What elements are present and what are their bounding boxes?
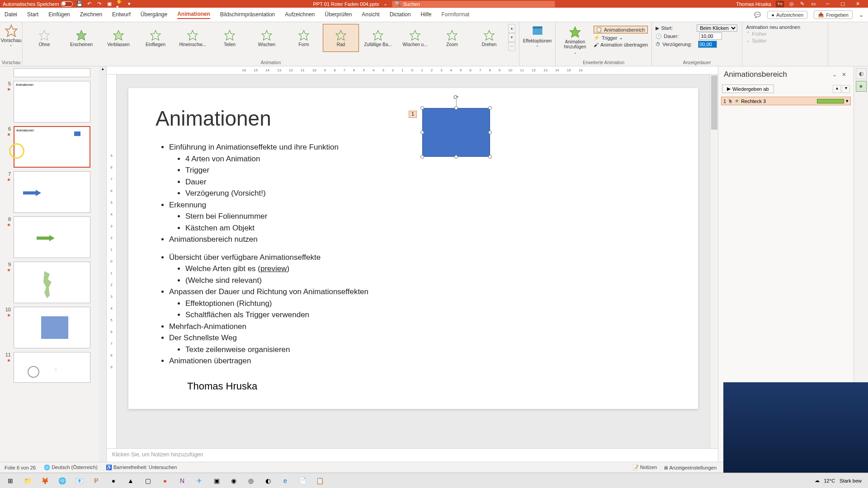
app-icon-3[interactable]: ▢ [140,474,156,487]
anim-pane-dropdown[interactable]: ⌄ [830,71,839,78]
trigger-button[interactable]: ⚡ Trigger ⌄ [594,35,648,41]
gallery-down[interactable]: ▾ [508,33,515,42]
app-icon-9[interactable]: 📄 [295,474,310,487]
pen-icon[interactable]: ✎ [799,1,806,7]
explorer-icon[interactable]: 📁 [20,474,35,487]
touch-icon[interactable]: ✋▾ [116,1,123,7]
slide-thumb-8[interactable] [14,216,90,258]
app-icon-5[interactable]: ▣ [209,474,224,487]
tab-ansicht[interactable]: Ansicht [362,11,379,19]
record-button[interactable]: ● Aufzeichnen [767,11,807,19]
qat-more-icon[interactable]: ▾ [126,1,132,7]
anim-ohne[interactable]: Ohne [26,24,62,52]
telegram-icon[interactable]: ✈ [192,474,207,487]
tab-dictation[interactable]: Dictation [390,11,411,19]
effektoptionen-icon[interactable] [530,24,545,38]
anim-form[interactable]: Form [286,24,322,52]
anim-teilen[interactable]: Teilen [212,24,248,52]
app-icon-1[interactable]: ● [106,474,121,487]
app-icon-6[interactable]: ◉ [226,474,241,487]
edge-icon[interactable]: e [278,474,293,487]
handle-ne[interactable] [488,106,492,110]
thumb-scrollbar[interactable]: ▴ [99,66,106,462]
accessibility[interactable]: ♿ Barrierefreiheit: Untersuchen [106,465,177,470]
anim-einfliegen[interactable]: Einfliegen [137,24,174,52]
close-button[interactable]: ✕ [851,1,864,7]
toggle-switch[interactable] [61,1,73,7]
app-icon-7[interactable]: ◎ [243,474,259,487]
handle-n[interactable] [454,106,458,110]
language[interactable]: 🌐 Deutsch (Österreich) [44,465,98,470]
earlier-button[interactable]: ⌃ Früher [746,31,824,37]
handle-sw[interactable] [420,155,424,159]
start-button[interactable]: ⊞ [3,474,18,487]
handle-w[interactable] [420,131,424,134]
tab-einfuegen[interactable]: Einfügen [48,11,70,19]
move-up-button[interactable]: ▴ [833,85,841,93]
coming-soon-icon[interactable]: ◎ [788,1,795,7]
anim-zufaellige[interactable]: Zufällige Ba... [360,24,396,52]
tab-aufzeichnen[interactable]: Aufzeichnen [285,11,315,19]
window-icon[interactable]: ▭ [810,1,816,7]
slide-counter[interactable]: Folie 6 von 26 [5,465,36,470]
anim-erscheinen[interactable]: Erscheinen [63,24,99,52]
handle-se[interactable] [488,155,492,159]
anim-hineinschw[interactable]: Hineinschw... [175,24,211,52]
autosave-toggle[interactable]: Automatisches Speichern [3,1,73,7]
tab-uebergaenge[interactable]: Übergänge [141,11,167,19]
maximize-button[interactable]: ▢ [836,1,849,7]
slide-thumb-6[interactable]: Animationen [14,126,90,168]
handle-s[interactable] [454,155,458,159]
tab-animationen[interactable]: Animationen [177,11,210,19]
start-select[interactable]: Beim Klicken [697,24,737,32]
anim-verblassen[interactable]: Verblassen [100,24,137,52]
side-tab-2[interactable]: ★ [856,81,867,92]
effopt-dropdown-icon[interactable]: ⌄ [536,43,539,47]
app-icon-8[interactable]: ◐ [260,474,276,487]
tab-formformat[interactable]: Formformat [441,11,469,19]
anim-rad[interactable]: Rad [323,24,359,52]
display-settings[interactable]: 🖥 Anzeigeeinstellungen [663,465,717,470]
slide-body[interactable]: Einführung in Animationseffekte und ihre… [156,141,671,245]
vertical-scrollbar[interactable] [710,75,718,448]
app-icon-10[interactable]: 📋 [312,474,327,487]
slide-title[interactable]: Animationen [156,106,671,131]
anim-wischenu[interactable]: Wischen u... [397,24,433,52]
share-button[interactable]: 📤 Freigeben [814,10,853,19]
shape-container[interactable]: ⟳ 1 [422,108,490,157]
gallery-up[interactable]: ▴ [508,24,515,33]
filename-dropdown-icon[interactable]: ⌄ [383,1,387,7]
tab-entwurf[interactable]: Entwurf [112,11,131,19]
slide-thumb-partial[interactable] [14,68,90,77]
dauer-input[interactable] [699,33,722,40]
entry-dropdown-icon[interactable]: ▾ [846,98,849,104]
user-badge[interactable]: TH [776,1,784,7]
weather-icon[interactable]: ☁ [815,478,820,483]
chrome-icon[interactable]: 🌐 [54,474,70,487]
notes-button[interactable]: 📝 Notizen [632,465,657,470]
tab-hilfe[interactable]: Hilfe [420,11,431,19]
side-tab-1[interactable]: ◐ [856,68,867,79]
slide-canvas[interactable]: Animationen Einführung in Animationseffe… [117,75,710,448]
outlook-icon[interactable]: 📧 [71,474,87,487]
slide[interactable]: Animationen Einführung in Animationseffe… [128,88,698,409]
temperature[interactable]: 12°C [824,478,835,483]
vorschau-dropdown-icon[interactable]: ⌄ [9,43,13,47]
tab-start[interactable]: Start [27,11,38,19]
app-icon-2[interactable]: ▲ [123,474,138,487]
timeline-bar[interactable] [817,99,844,103]
anim-wischen[interactable]: Wischen [249,24,285,52]
user-name[interactable]: Thomas Hruska [736,1,771,7]
undo-icon[interactable]: ↶ [86,1,93,7]
slide-thumb-9[interactable] [14,262,90,303]
tab-praesentation[interactable]: Bildschirmpräsentation [220,11,275,19]
handle-e[interactable] [488,131,492,134]
slide-thumb-5[interactable]: Animationen [14,81,90,122]
anim-pane-close[interactable]: ✕ [840,71,848,78]
gallery-more[interactable]: ⋯ [508,42,515,51]
tab-datei[interactable]: Datei [5,11,17,19]
tab-zeichnen[interactable]: Zeichnen [80,11,102,19]
handle-nw[interactable] [420,106,424,110]
app-icon-4[interactable]: ● [157,474,173,487]
slide-thumb-11[interactable]: ♡ [14,352,90,383]
